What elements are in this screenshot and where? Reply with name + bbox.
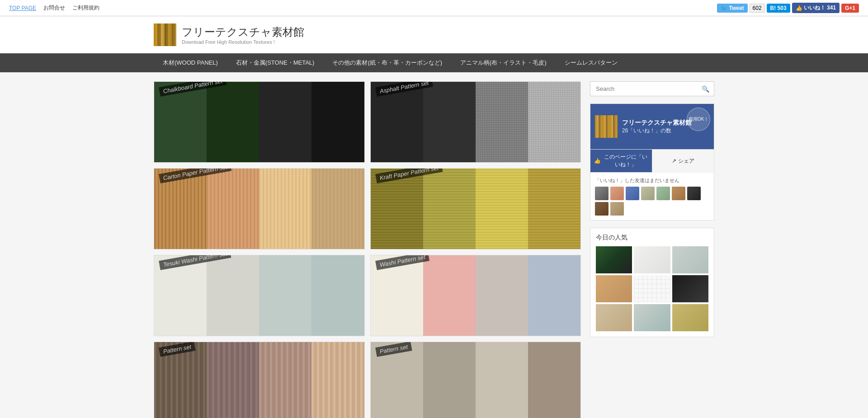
texture-card-stone[interactable]: Pattern set: [370, 342, 581, 418]
avatar: [672, 187, 685, 200]
popular-thumb-2[interactable]: [634, 246, 670, 273]
gplus-button[interactable]: G+1: [841, 4, 859, 13]
top-bar: TOP PAGE お問合せ ご利用規約 🐦 Tweet 602 B! 503 👍…: [0, 0, 868, 16]
top-nav: TOP PAGE お問合せ ご利用規約: [9, 4, 99, 12]
gplus-label: G+1: [845, 5, 855, 11]
fb-like-label: このページに「いいね！」: [603, 153, 648, 169]
popular-section: 今日の人気: [590, 228, 714, 337]
fb-banner-logo: [595, 115, 618, 138]
fb-friends-section: 「いいね！」した友達はまだいません: [590, 172, 714, 220]
popular-thumb-6[interactable]: [672, 275, 708, 302]
facebook-icon: 👍: [796, 5, 802, 11]
avatar: [595, 187, 609, 200]
nav-link-contact[interactable]: お問合せ: [43, 4, 65, 12]
site-logo: [154, 23, 176, 46]
facebook-widget: フリーテクスチャ素材館 26「いいね！」の数 商用OK！ 👍 このページに「いい…: [590, 103, 714, 221]
nav-item-animal[interactable]: アニマル柄(布・イラスト・毛皮): [451, 53, 556, 72]
search-box: 🔍: [590, 81, 714, 96]
avatar: [656, 187, 670, 200]
fb-like-icon: 👍: [594, 158, 601, 164]
nav-bar: 木材(WOOD PANEL) 石材・金属(STONE・METAL) その他の素材…: [0, 53, 868, 72]
popular-thumb-8[interactable]: [634, 304, 670, 331]
texture-card-washi[interactable]: Washi Pattern set: [370, 255, 581, 336]
texture-card-carton[interactable]: Carton Paper Pattern set: [154, 168, 365, 249]
sidebar: 🔍 フリーテクスチャ素材館 26「いいね！」の数 商用OK！ 👍 このページに「…: [590, 81, 714, 418]
avatar: [595, 202, 609, 216]
fb-badge: 商用OK！: [687, 108, 710, 131]
popular-thumb-3[interactable]: [672, 246, 708, 273]
popular-thumb-5[interactable]: [634, 275, 670, 302]
fb-share-button[interactable]: ↗ シェア: [652, 150, 714, 172]
search-button[interactable]: 🔍: [701, 85, 710, 94]
popular-thumb-7[interactable]: [596, 304, 632, 331]
hatena-button[interactable]: B! 503: [767, 4, 790, 13]
popular-thumb-4[interactable]: [596, 275, 632, 302]
nav-link-top[interactable]: TOP PAGE: [9, 5, 36, 11]
avatar: [610, 202, 624, 216]
facebook-label: いいね！ 341: [804, 4, 836, 12]
twitter-button[interactable]: 🐦 Tweet: [717, 4, 747, 13]
nav-item-stone[interactable]: 石材・金属(STONE・METAL): [227, 53, 324, 72]
texture-card-asphalt[interactable]: Asphalt Pattern set: [370, 81, 581, 163]
fb-banner: フリーテクスチャ素材館 26「いいね！」の数 商用OK！: [590, 104, 714, 149]
logo-wood-texture: [154, 23, 176, 46]
site-title-area: フリーテクスチャ素材館 Download Free High Resolutio…: [182, 25, 304, 45]
fb-like-button[interactable]: 👍 このページに「いいね！」: [590, 150, 652, 172]
fb-share-icon: ↗: [672, 158, 676, 164]
texture-card-chalkboard[interactable]: Chalkboard Pattern set: [154, 81, 365, 163]
fb-friends-avatars: [595, 187, 709, 216]
twitter-count: 602: [750, 4, 765, 13]
popular-grid: [596, 246, 708, 331]
main-content: Chalkboard Pattern set Asphalt Pattern s…: [0, 72, 868, 418]
texture-card-wood2[interactable]: Pattern set: [154, 342, 365, 418]
texture-card-kraft[interactable]: Kraft Paper Pattern set: [370, 168, 581, 249]
popular-thumb-1[interactable]: [596, 246, 632, 273]
site-subtitle: Download Free High Resolution Textures !: [182, 39, 304, 45]
fb-friends-label: 「いいね！」した友達はまだいません: [595, 177, 709, 184]
avatar: [687, 187, 701, 200]
facebook-button[interactable]: 👍 いいね！ 341: [792, 3, 840, 13]
nav-item-wood[interactable]: 木材(WOOD PANEL): [154, 53, 227, 72]
texture-card-tesuki[interactable]: Tesuki Washi Pattern set: [154, 255, 365, 336]
popular-title: 今日の人気: [596, 234, 708, 242]
avatar: [641, 187, 655, 200]
hatena-label: B! 503: [770, 5, 787, 11]
social-buttons: 🐦 Tweet 602 B! 503 👍 いいね！ 341 G+1: [717, 3, 859, 13]
fb-share-label: シェア: [678, 157, 694, 165]
popular-thumb-9[interactable]: [672, 304, 708, 331]
twitter-icon: 🐦: [721, 5, 727, 11]
twitter-label: Tweet: [729, 5, 744, 11]
search-input[interactable]: [594, 84, 701, 94]
nav-link-terms[interactable]: ご利用規約: [72, 4, 99, 12]
nav-item-other[interactable]: その他の素材(紙・布・革・カーボンなど): [323, 53, 451, 72]
header-section: フリーテクスチャ素材館 Download Free High Resolutio…: [0, 16, 868, 53]
site-title: フリーテクスチャ素材館: [182, 25, 304, 39]
avatar: [610, 187, 624, 200]
avatar: [626, 187, 639, 200]
fb-actions: 👍 このページに「いいね！」 ↗ シェア: [590, 149, 714, 172]
nav-item-seamless[interactable]: シームレスパターン: [556, 53, 627, 72]
content-grid: Chalkboard Pattern set Asphalt Pattern s…: [154, 81, 581, 418]
